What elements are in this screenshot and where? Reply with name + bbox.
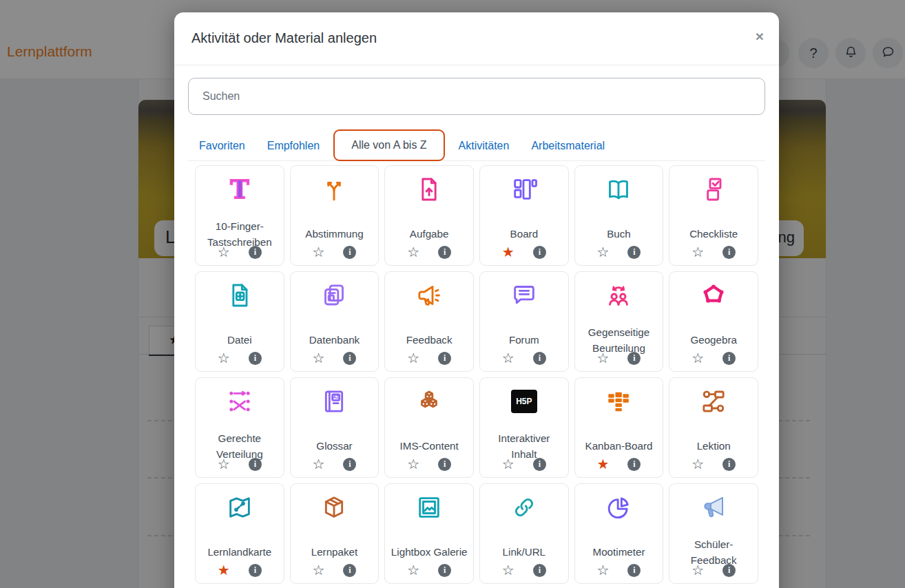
pie-chart-icon xyxy=(605,493,632,522)
forum-bubble-icon xyxy=(510,281,538,310)
info-icon[interactable]: i xyxy=(249,564,262,577)
favorite-star-icon[interactable]: ☆ xyxy=(502,563,514,577)
favorite-star-icon[interactable]: ☆ xyxy=(313,563,325,577)
activity-tile[interactable]: Gerechte Verteilung ☆ i xyxy=(195,377,284,478)
tab-favoriten[interactable]: Favoriten xyxy=(188,132,256,160)
favorite-star-icon[interactable]: ★ xyxy=(597,457,610,471)
activity-tile[interactable]: Datei ☆ i xyxy=(195,271,284,372)
favorite-star-icon[interactable]: ☆ xyxy=(407,563,419,577)
info-icon[interactable]: i xyxy=(249,352,262,365)
activity-tile[interactable]: AZ Glossar ☆ i xyxy=(290,377,379,478)
favorite-star-icon[interactable]: ☆ xyxy=(313,457,325,471)
info-icon[interactable]: i xyxy=(249,458,262,471)
favorite-star-icon[interactable]: ☆ xyxy=(218,457,230,471)
activity-tile[interactable]: Datenbank ☆ i xyxy=(290,271,379,372)
favorite-star-icon[interactable]: ☆ xyxy=(218,351,230,365)
favorite-star-icon[interactable]: ☆ xyxy=(691,563,704,577)
activity-tile[interactable]: Board ★ i xyxy=(479,165,569,266)
favorite-star-icon[interactable]: ☆ xyxy=(691,245,704,259)
info-icon[interactable]: i xyxy=(627,352,641,365)
info-icon[interactable]: i xyxy=(533,564,546,577)
info-icon[interactable]: i xyxy=(249,246,262,259)
info-icon[interactable]: i xyxy=(343,564,356,577)
search-input[interactable] xyxy=(188,78,765,115)
info-icon[interactable]: i xyxy=(627,564,641,577)
gallery-frame-icon xyxy=(415,493,443,522)
activity-tile[interactable]: Forum ☆ i xyxy=(479,271,569,372)
activity-tile[interactable]: Lernlandkarte ★ i xyxy=(195,483,284,584)
assignment-upload-icon xyxy=(415,175,443,204)
info-icon[interactable]: i xyxy=(627,246,641,259)
favorite-star-icon[interactable]: ☆ xyxy=(691,457,704,471)
activity-tile[interactable]: Gegenseitige Beurteilung ☆ i xyxy=(574,271,664,372)
activity-tile[interactable]: H5P Interaktiver Inhalt ☆ i xyxy=(479,377,569,478)
activity-tile[interactable]: Feedback ☆ i xyxy=(384,271,474,372)
info-icon[interactable]: i xyxy=(722,458,736,471)
scorm-box-icon xyxy=(320,493,348,522)
info-icon[interactable]: i xyxy=(438,458,451,471)
info-icon[interactable]: i xyxy=(722,246,736,259)
activity-tile[interactable]: Kanban-Board ★ i xyxy=(574,377,664,478)
activity-tile[interactable]: Lernpaket ☆ i xyxy=(290,483,379,584)
favorite-star-icon[interactable]: ☆ xyxy=(407,351,419,365)
kanban-bricks-icon xyxy=(605,387,632,416)
activity-tile[interactable]: Lightbox Galerie ☆ i xyxy=(384,483,474,584)
favorite-star-icon[interactable]: ☆ xyxy=(502,457,514,471)
favorite-star-icon[interactable]: ☆ xyxy=(691,351,704,365)
favorite-star-icon[interactable]: ☆ xyxy=(407,245,419,259)
info-icon[interactable]: i xyxy=(722,564,736,577)
info-icon[interactable]: i xyxy=(438,352,451,365)
activity-tile[interactable]: Aufgabe ☆ i xyxy=(384,165,474,266)
activity-grid: T 10-Finger-Tastschreiben ☆ i Abstimmung… xyxy=(195,165,758,584)
favorite-star-icon[interactable]: ☆ xyxy=(313,351,325,365)
favorite-star-icon[interactable]: ☆ xyxy=(407,457,419,471)
favorite-star-icon[interactable]: ☆ xyxy=(218,245,230,259)
activity-tile[interactable]: Abstimmung ☆ i xyxy=(290,165,379,266)
favorite-star-icon[interactable]: ☆ xyxy=(597,563,610,577)
close-icon[interactable]: × xyxy=(756,29,764,43)
activity-tile[interactable]: T 10-Finger-Tastschreiben ☆ i xyxy=(195,165,284,266)
info-icon[interactable]: i xyxy=(438,246,451,259)
tab-aktivitaeten[interactable]: Aktivitäten xyxy=(448,132,521,160)
favorite-star-icon[interactable]: ★ xyxy=(218,563,230,577)
student-feedback-megaphone-icon xyxy=(700,493,727,522)
tab-arbeitsmaterial[interactable]: Arbeitsmaterial xyxy=(520,132,616,160)
database-cards-icon xyxy=(320,281,348,310)
activity-tile[interactable]: Lektion ☆ i xyxy=(669,377,758,478)
info-icon[interactable]: i xyxy=(343,458,356,471)
file-plus-icon xyxy=(226,281,253,310)
lesson-flow-icon xyxy=(700,387,727,416)
info-icon[interactable]: i xyxy=(533,458,546,471)
info-icon[interactable]: i xyxy=(343,246,356,259)
info-icon[interactable]: i xyxy=(627,458,641,471)
info-icon[interactable]: i xyxy=(438,564,451,577)
info-icon[interactable]: i xyxy=(533,352,546,365)
activity-tile[interactable]: Buch ☆ i xyxy=(574,165,664,266)
board-blocks-icon xyxy=(510,175,538,204)
activity-tile[interactable]: Schüler-Feedback ☆ i xyxy=(669,483,758,584)
book-icon xyxy=(605,175,632,204)
favorite-star-icon[interactable]: ☆ xyxy=(597,351,610,365)
activity-chooser-dialog: Aktivität oder Material anlegen × Favori… xyxy=(174,12,779,588)
favorite-star-icon[interactable]: ☆ xyxy=(597,245,610,259)
activity-tile[interactable]: Checkliste ☆ i xyxy=(669,165,758,266)
info-icon[interactable]: i xyxy=(343,352,356,365)
activity-tile[interactable]: Mootimeter ☆ i xyxy=(574,483,664,584)
favorite-star-icon[interactable]: ★ xyxy=(502,245,514,259)
link-chain-icon xyxy=(510,493,538,522)
favorite-star-icon[interactable]: ☆ xyxy=(502,351,514,365)
dialog-title: Aktivität oder Material anlegen xyxy=(191,30,377,46)
info-icon[interactable]: i xyxy=(533,246,546,259)
activity-tile[interactable]: Geogebra ☆ i xyxy=(669,271,758,372)
tab-empfohlen[interactable]: Empfohlen xyxy=(256,132,331,160)
glossary-book-icon: AZ xyxy=(320,387,348,416)
activity-tile[interactable]: Link/URL ☆ i xyxy=(479,483,569,584)
svg-text:AZ: AZ xyxy=(333,395,340,400)
activity-tile[interactable]: IMS-Content ☆ i xyxy=(384,377,474,478)
h5p-icon: H5P xyxy=(511,387,537,416)
info-icon[interactable]: i xyxy=(722,352,736,365)
fair-allocation-icon xyxy=(226,387,253,416)
tab-alle-von-a-bis-z[interactable]: Alle von A bis Z xyxy=(333,129,444,161)
choice-branch-icon xyxy=(320,175,348,204)
favorite-star-icon[interactable]: ☆ xyxy=(313,245,325,259)
